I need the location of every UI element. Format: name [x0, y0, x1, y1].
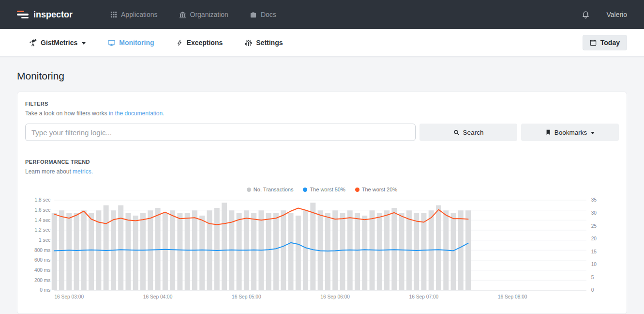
filters-section: FILTERS Take a look on how filters works…	[25, 101, 619, 141]
nav-applications[interactable]: Applications	[110, 11, 158, 18]
legend-item-label: No. Transactions	[254, 187, 294, 192]
chart-wrap: 1.8 sec1.6 sec1.4 sec1.2 sec1 sec800 ms6…	[25, 194, 619, 307]
bookmark-icon	[545, 129, 551, 135]
svg-text:10: 10	[591, 262, 597, 267]
svg-text:0: 0	[591, 287, 594, 293]
svg-text:16 Sep 03:00: 16 Sep 03:00	[54, 294, 84, 299]
nav-docs[interactable]: Docs	[250, 11, 276, 18]
legend-dot-icon	[355, 188, 359, 192]
tab-monitoring-label: Monitoring	[119, 39, 154, 47]
notifications-bell-icon[interactable]	[582, 11, 590, 19]
tab-settings[interactable]: Settings	[245, 39, 283, 47]
svg-text:800 ms: 800 ms	[34, 248, 50, 253]
main-card: FILTERS Take a look on how filters works…	[17, 92, 627, 314]
performance-chart[interactable]: 1.8 sec1.6 sec1.4 sec1.2 sec1 sec800 ms6…	[25, 194, 619, 305]
svg-text:400 ms: 400 ms	[34, 267, 50, 273]
documentation-link[interactable]: in the documentation.	[109, 110, 165, 117]
grid-icon	[110, 11, 117, 18]
svg-text:5: 5	[591, 275, 594, 280]
legend-item-label: The worst 20%	[362, 187, 397, 192]
search-button-label: Search	[463, 129, 484, 136]
filter-row: Search Bookmarks	[25, 124, 619, 141]
legend-item-label: The worst 50%	[310, 187, 345, 192]
svg-text:35: 35	[591, 197, 597, 203]
svg-text:0 ms: 0 ms	[40, 287, 50, 293]
legend-item[interactable]: No. Transactions	[247, 187, 294, 192]
sub-navbar: GistMetrics Monitoring Exceptions Settin…	[0, 29, 644, 57]
tab-monitoring[interactable]: Monitoring	[108, 39, 154, 47]
user-name[interactable]: Valerio	[606, 11, 627, 18]
svg-text:1.4 sec: 1.4 sec	[35, 218, 51, 223]
date-range-label: Today	[600, 39, 620, 47]
lightning-bolt-icon	[177, 40, 183, 46]
main-content: Monitoring FILTERS Take a look on how fi…	[0, 57, 644, 314]
sub-navbar-tabs: GistMetrics Monitoring Exceptions Settin…	[29, 39, 283, 47]
svg-text:16 Sep 04:00: 16 Sep 04:00	[143, 294, 173, 299]
nav-organization-label: Organization	[190, 11, 228, 18]
chart-legend: No. TransactionsThe worst 50%The worst 2…	[25, 187, 619, 192]
bookmarks-button-label: Bookmarks	[554, 129, 587, 136]
filter-input[interactable]	[25, 124, 416, 141]
svg-text:1 sec: 1 sec	[39, 237, 50, 243]
brand-name: inspector	[33, 10, 73, 20]
performance-heading: PERFORMANCE TREND	[25, 159, 619, 165]
svg-text:1.2 sec: 1.2 sec	[35, 227, 51, 233]
brand[interactable]: inspector	[17, 10, 73, 20]
svg-text:15: 15	[591, 249, 597, 254]
svg-text:16 Sep 08:00: 16 Sep 08:00	[498, 294, 527, 299]
legend-item[interactable]: The worst 50%	[303, 187, 345, 192]
calendar-icon	[590, 39, 597, 46]
filters-subtitle-text: Take a look on how filters works	[25, 110, 109, 117]
chevron-down-icon	[591, 132, 595, 134]
svg-text:1.8 sec: 1.8 sec	[35, 197, 51, 203]
tab-settings-label: Settings	[256, 39, 283, 47]
nav-applications-label: Applications	[121, 11, 158, 18]
building-icon	[179, 11, 186, 18]
performance-section: PERFORMANCE TREND Learn more about metri…	[25, 159, 619, 307]
top-navbar: inspector Applications Organization Docs…	[0, 0, 644, 29]
svg-text:30: 30	[591, 210, 597, 216]
svg-text:16 Sep 05:00: 16 Sep 05:00	[232, 294, 261, 299]
svg-text:600 ms: 600 ms	[34, 257, 50, 263]
card-divider	[17, 150, 627, 150]
page-title: Monitoring	[17, 70, 627, 82]
performance-subtitle-text: Learn more about	[25, 168, 73, 175]
nav-organization[interactable]: Organization	[179, 11, 228, 18]
sliders-icon	[245, 39, 252, 47]
bookmarks-button[interactable]: Bookmarks	[521, 124, 619, 141]
nav-docs-label: Docs	[261, 11, 276, 18]
performance-subtitle: Learn more about metrics.	[25, 168, 619, 175]
filters-subtitle: Take a look on how filters works in the …	[25, 110, 619, 117]
filters-heading: FILTERS	[25, 101, 619, 107]
search-icon	[453, 129, 460, 136]
briefcase-icon	[250, 11, 257, 18]
telescope-icon	[29, 39, 37, 47]
legend-dot-icon	[247, 188, 251, 192]
search-button[interactable]: Search	[419, 124, 517, 141]
svg-text:25: 25	[591, 223, 597, 229]
metrics-link[interactable]: metrics.	[73, 168, 93, 175]
tab-exceptions[interactable]: Exceptions	[177, 39, 223, 47]
project-selector[interactable]: GistMetrics	[29, 39, 86, 47]
date-range-button[interactable]: Today	[583, 35, 627, 50]
chevron-down-icon	[82, 42, 86, 45]
inspector-logo-icon	[17, 11, 29, 19]
legend-dot-icon	[303, 188, 307, 192]
svg-text:16 Sep 07:00: 16 Sep 07:00	[409, 294, 439, 299]
legend-item[interactable]: The worst 20%	[355, 187, 397, 192]
tab-exceptions-label: Exceptions	[187, 39, 223, 47]
svg-text:16 Sep 06:00: 16 Sep 06:00	[320, 294, 350, 299]
svg-text:1.6 sec: 1.6 sec	[35, 207, 51, 213]
top-nav-links: Applications Organization Docs	[110, 11, 276, 18]
top-navbar-right: Valerio	[582, 11, 627, 19]
svg-text:200 ms: 200 ms	[34, 278, 50, 283]
monitor-icon	[108, 39, 115, 47]
project-selector-label: GistMetrics	[41, 39, 77, 47]
svg-text:20: 20	[591, 236, 597, 241]
